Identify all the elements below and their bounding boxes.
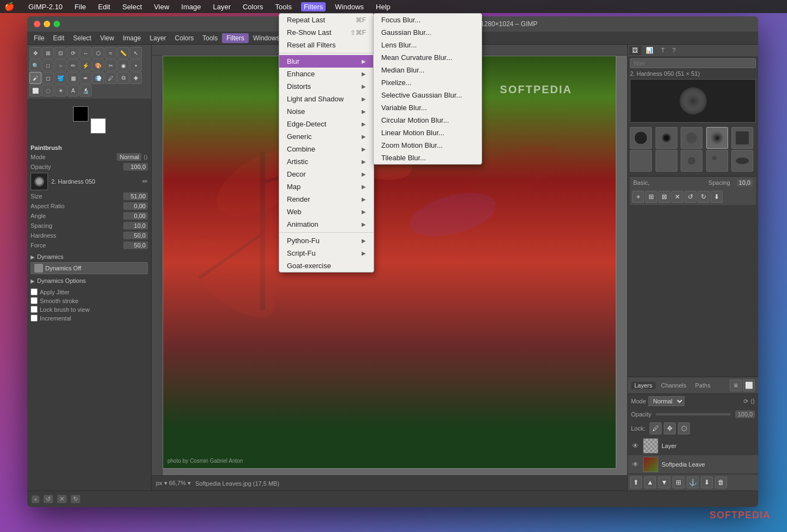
brush-cell-10[interactable]: [731, 150, 753, 172]
spacing-value-panel[interactable]: 10,0: [737, 179, 753, 186]
layer-raise-btn[interactable]: ▲: [644, 476, 656, 488]
incremental-checkbox[interactable]: [31, 315, 38, 322]
filters-reset-all[interactable]: Reset all Filters: [279, 39, 374, 51]
status-new-btn[interactable]: +: [32, 495, 39, 503]
blur-zoom-motion[interactable]: Zoom Motion Blur...: [374, 139, 482, 152]
layer-new-btn[interactable]: ⬆: [630, 476, 642, 488]
app-menu-select[interactable]: Select: [69, 33, 95, 43]
tab-colormap[interactable]: 📊: [642, 46, 657, 55]
status-redo-btn[interactable]: ↻: [71, 495, 80, 503]
brush-tool-5[interactable]: ↺: [684, 191, 696, 203]
brush-tool-4[interactable]: ✕: [671, 191, 683, 203]
tool-pointer[interactable]: ↖: [130, 47, 142, 59]
filters-noise[interactable]: Noise ▶: [279, 105, 374, 118]
tool-ink[interactable]: 🖊: [105, 72, 117, 84]
tool-transform[interactable]: ⟳: [67, 47, 79, 59]
blur-lens[interactable]: Lens Blur...: [374, 39, 482, 51]
tool-measure[interactable]: 📏: [117, 47, 129, 59]
filters-light-shadow[interactable]: Light and Shadow ▶: [279, 93, 374, 105]
tool-flip[interactable]: ↔: [80, 47, 92, 59]
foreground-color[interactable]: [73, 106, 88, 122]
menubar-filters[interactable]: Filters: [301, 2, 326, 11]
tab-brush[interactable]: 🖼: [629, 46, 641, 55]
layers-arrow-icon[interactable]: ⟨⟩: [750, 398, 755, 405]
layers-config-icon[interactable]: ≡: [730, 379, 742, 391]
lock-position-btn[interactable]: ✥: [664, 422, 676, 434]
filters-generic[interactable]: Generic ▶: [279, 130, 374, 143]
filters-repeat-last[interactable]: Repeat Last ⌘F: [279, 14, 374, 26]
filters-python-fu[interactable]: Python-Fu ▶: [279, 234, 374, 247]
layers-opacity-value[interactable]: 100,0: [735, 410, 755, 418]
menubar-select[interactable]: Select: [119, 2, 145, 11]
app-menu-filters[interactable]: Filters: [222, 33, 249, 43]
status-undo-btn[interactable]: ↺: [44, 495, 53, 503]
brush-edit-icon[interactable]: ✏: [142, 178, 148, 185]
tool-align[interactable]: ⊞: [42, 47, 54, 59]
menubar-view[interactable]: View: [151, 2, 172, 11]
tool-bucket[interactable]: 🪣: [55, 72, 67, 84]
tab-channels[interactable]: Channels: [658, 382, 689, 389]
tool-text[interactable]: A: [67, 84, 79, 96]
tool-pencil[interactable]: ✒: [80, 72, 92, 84]
smooth-stroke-checkbox[interactable]: [31, 297, 38, 304]
minimize-button[interactable]: [44, 21, 50, 27]
tool-heal[interactable]: ✚: [130, 72, 142, 84]
filters-render[interactable]: Render ▶: [279, 193, 374, 205]
tool-dodge[interactable]: ☀: [55, 84, 67, 96]
background-color[interactable]: [91, 118, 106, 134]
layer-visibility-0[interactable]: 👁: [631, 442, 640, 450]
tool-airbrush[interactable]: 💨: [92, 72, 104, 84]
app-menu-layer[interactable]: Layer: [146, 33, 171, 43]
layer-visibility-1[interactable]: 👁: [631, 460, 640, 469]
layer-merge-btn[interactable]: ⬇: [701, 476, 713, 488]
layer-duplicate-btn[interactable]: ⊞: [672, 476, 684, 488]
layer-delete-btn[interactable]: 🗑: [715, 476, 727, 488]
filters-artistic[interactable]: Artistic ▶: [279, 155, 374, 168]
filters-decor[interactable]: Decor ▶: [279, 168, 374, 180]
brush-cell-4[interactable]: [706, 127, 728, 149]
layer-item-0[interactable]: 👁 Layer: [628, 437, 758, 455]
tool-ellipse[interactable]: ○: [55, 59, 67, 71]
layers-opacity-slider[interactable]: [656, 413, 731, 415]
blur-focus[interactable]: Focus Blur...: [374, 14, 482, 26]
tool-paintbrush[interactable]: 🖌: [29, 72, 41, 84]
brush-tool-7[interactable]: ⬇: [711, 191, 723, 203]
brush-tool-1[interactable]: ⌖: [632, 191, 644, 203]
app-menu-edit[interactable]: Edit: [49, 33, 69, 43]
apple-icon[interactable]: 🍎: [4, 2, 15, 11]
blur-median[interactable]: Median Blur...: [374, 64, 482, 76]
tool-scissors[interactable]: ✂: [105, 59, 117, 71]
dynamics-options-expand[interactable]: ▶: [31, 278, 35, 284]
dynamics-button[interactable]: Dynamics Off: [31, 262, 148, 274]
tool-erase[interactable]: ◻: [42, 72, 54, 84]
tab-help[interactable]: ?: [669, 46, 679, 55]
layers-rotate-icon[interactable]: ⟳: [743, 398, 748, 405]
tool-fuzzy[interactable]: ⚡: [80, 59, 92, 71]
tool-foreground[interactable]: ◉: [117, 59, 129, 71]
layer-anchor-btn[interactable]: ⚓: [687, 476, 699, 488]
menubar-image[interactable]: Image: [178, 2, 203, 11]
tool-blur[interactable]: ◌: [42, 84, 54, 96]
brush-cell-6[interactable]: ★: [630, 150, 652, 172]
blur-circular-motion[interactable]: Circular Motion Blur...: [374, 114, 482, 126]
brush-tool-3[interactable]: ⊠: [658, 191, 670, 203]
layers-expand-icon[interactable]: ⬜: [743, 379, 755, 391]
tool-color-picker[interactable]: 🔬: [80, 84, 92, 96]
menubar-tools[interactable]: Tools: [273, 2, 295, 11]
brush-cell-5[interactable]: [731, 127, 753, 149]
tool-rect-select[interactable]: □: [42, 59, 54, 71]
menubar-edit[interactable]: Edit: [95, 2, 113, 11]
tool-by-color[interactable]: 🎨: [92, 59, 104, 71]
mode-arrows[interactable]: ⟨⟩: [143, 154, 148, 160]
tab-text[interactable]: T: [658, 46, 668, 55]
close-button[interactable]: [34, 21, 40, 27]
mode-value[interactable]: Normal: [117, 153, 141, 161]
tool-crop[interactable]: ⊡: [55, 47, 67, 59]
tool-perspective-clone[interactable]: ⬜: [29, 84, 41, 96]
blur-mean-curvature[interactable]: Mean Curvature Blur...: [374, 51, 482, 64]
size-value[interactable]: 51,00: [123, 192, 148, 200]
tool-warp[interactable]: ≈: [105, 47, 117, 59]
app-menu-file[interactable]: File: [29, 33, 49, 43]
angle-value[interactable]: 0,00: [123, 212, 148, 220]
blur-selective-gaussian[interactable]: Selective Gaussian Blur...: [374, 89, 482, 101]
